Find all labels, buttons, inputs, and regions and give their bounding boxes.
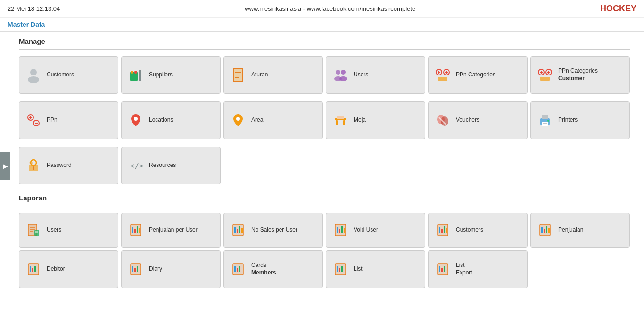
- svg-rect-82: [439, 227, 440, 233]
- manage-meja[interactable]: Meja: [326, 101, 425, 139]
- svg-rect-78: [341, 226, 343, 233]
- svg-point-4: [134, 71, 137, 74]
- svg-rect-89: [544, 229, 545, 233]
- svg-rect-96: [34, 266, 36, 272]
- svg-rect-95: [32, 268, 33, 272]
- sidebar-toggle-icon: ▶: [3, 162, 8, 170]
- laporan-penjualan[interactable]: Penjualan: [530, 213, 630, 248]
- website: www.mesinkasir.asia - www.facebook.com/m…: [60, 5, 600, 12]
- laporan-ppuser-label: Penjualan per User: [149, 226, 198, 234]
- svg-rect-106: [239, 266, 240, 272]
- manage-aturan[interactable]: Aturan: [223, 56, 323, 94]
- manage-resources[interactable]: </> Resources: [121, 147, 221, 184]
- main-content: Manage Customers Suppliers: [0, 32, 644, 294]
- datetime: 22 Mei 18 12:13:04: [8, 5, 60, 12]
- svg-point-1: [28, 76, 39, 83]
- laporan-diary-icon: [127, 261, 144, 278]
- password-label: Password: [47, 162, 72, 169]
- svg-rect-28: [540, 77, 550, 81]
- svg-rect-38: [343, 120, 345, 125]
- locations-label: Locations: [149, 116, 173, 124]
- svg-point-35: [236, 117, 240, 121]
- suppliers-label: Suppliers: [149, 71, 173, 79]
- laporan-cards-icon: [230, 261, 247, 278]
- svg-rect-5: [139, 70, 141, 81]
- laporan-debitor[interactable]: Debitor: [19, 250, 118, 288]
- svg-rect-67: [139, 228, 140, 233]
- laporan-penjualan-label: Penjualan: [558, 226, 583, 234]
- locations-icon: [127, 112, 144, 129]
- manage-ppn-categories-customer[interactable]: PPn Categories Customer: [530, 56, 630, 94]
- svg-rect-72: [239, 226, 240, 233]
- sidebar-toggle[interactable]: ▶: [0, 152, 10, 180]
- manage-ppn[interactable]: PPn: [19, 101, 118, 139]
- svg-point-3: [131, 71, 133, 74]
- manage-printers[interactable]: Printers: [530, 101, 630, 139]
- laporan-list[interactable]: List: [326, 250, 425, 288]
- laporan-grid-row2: Debitor Diary: [19, 250, 630, 288]
- svg-rect-109: [337, 266, 338, 272]
- manage-grid-row1: Customers Suppliers: [19, 56, 630, 94]
- laporan-customers[interactable]: Customers: [428, 213, 528, 248]
- manage-ppn-categories[interactable]: PPn Categories: [428, 56, 528, 94]
- vouchers-icon: [434, 112, 451, 129]
- laporan-users-icon: [25, 222, 42, 239]
- svg-rect-94: [30, 266, 31, 272]
- laporan-diary-label: Diary: [149, 266, 162, 273]
- laporan-list-export[interactable]: List Export: [428, 250, 528, 288]
- area-icon: [230, 112, 247, 129]
- laporan-no-sales-per-user[interactable]: No Sales per User: [223, 213, 323, 248]
- laporan-debitor-label: Debitor: [47, 266, 65, 273]
- empty-cell-2: [326, 147, 425, 184]
- manage-customers[interactable]: Customers: [19, 56, 118, 94]
- svg-rect-111: [341, 266, 343, 272]
- master-data-link[interactable]: Master Data: [8, 21, 45, 28]
- laporan-cards-members[interactable]: Cards Members: [223, 250, 323, 288]
- manage-area[interactable]: Area: [223, 101, 323, 139]
- svg-point-14: [339, 76, 347, 81]
- top-bar: 22 Mei 18 12:13:04 www.mesinkasir.asia -…: [0, 0, 644, 18]
- laporan-divider: [19, 206, 630, 206]
- laporan-list-export-icon: [434, 261, 451, 278]
- svg-point-41: [441, 116, 448, 126]
- ppn-label: PPn: [47, 116, 58, 124]
- svg-rect-105: [237, 268, 238, 272]
- svg-rect-47: [543, 123, 547, 124]
- svg-rect-37: [336, 120, 338, 125]
- svg-rect-65: [134, 229, 136, 233]
- svg-rect-101: [137, 266, 138, 272]
- password-icon: [25, 157, 42, 174]
- meja-label: Meja: [354, 116, 366, 124]
- svg-rect-76: [337, 227, 338, 233]
- manage-suppliers[interactable]: Suppliers: [121, 56, 221, 94]
- svg-rect-85: [446, 228, 447, 233]
- aturan-label: Aturan: [251, 71, 268, 79]
- laporan-customers-label: Customers: [456, 226, 483, 234]
- manage-locations[interactable]: Locations: [121, 101, 221, 139]
- svg-rect-88: [541, 227, 543, 233]
- meja-icon: [332, 112, 349, 129]
- svg-rect-21: [438, 77, 447, 81]
- suppliers-icon: [127, 66, 144, 83]
- laporan-void-label: Void User: [354, 226, 378, 234]
- printers-label: Printers: [558, 116, 578, 124]
- manage-grid-row2: PPn Locations Area: [19, 101, 630, 139]
- laporan-nspu-label: No Sales per User: [251, 226, 297, 234]
- svg-rect-91: [548, 228, 550, 233]
- laporan-users[interactable]: Users: [19, 213, 118, 248]
- manage-vouchers[interactable]: Vouchers: [428, 101, 528, 139]
- laporan-grid-row1: Users Penjualan per User: [19, 213, 630, 248]
- laporan-list-export-label: List Export: [456, 262, 472, 276]
- laporan-penjualan-per-user[interactable]: Penjualan per User: [121, 213, 221, 248]
- svg-point-51: [33, 166, 34, 168]
- laporan-void-icon: [332, 222, 349, 239]
- manage-password[interactable]: Password: [19, 147, 118, 184]
- laporan-void-user[interactable]: Void User: [326, 213, 425, 248]
- laporan-diary[interactable]: Diary: [121, 250, 221, 288]
- laporan-users-label: Users: [47, 226, 61, 234]
- laporan-nspu-icon: [230, 222, 247, 239]
- svg-rect-66: [137, 226, 138, 233]
- svg-rect-2: [130, 72, 138, 81]
- ppn-categories-icon: [434, 66, 451, 83]
- manage-users[interactable]: Users: [326, 56, 425, 94]
